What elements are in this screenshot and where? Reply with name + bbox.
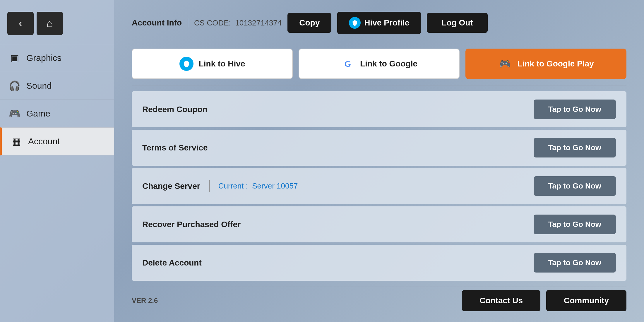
link-google-play-button[interactable]: 🎮 Link to Google Play bbox=[465, 49, 626, 79]
hive-profile-label: Hive Profile bbox=[364, 18, 409, 28]
back-button[interactable]: ‹ bbox=[7, 12, 34, 35]
link-google-play-label: Link to Google Play bbox=[517, 59, 594, 68]
change-server-left: Change Server Current : Server 10057 bbox=[142, 180, 298, 192]
sidebar-item-label: Account bbox=[28, 136, 60, 146]
sidebar-item-graphics[interactable]: ▣ Graphics bbox=[0, 44, 114, 72]
nav-buttons: ‹ ⌂ bbox=[0, 6, 114, 44]
delete-account-button[interactable]: Tap to Go Now bbox=[534, 253, 616, 273]
account-info-label: Account Info bbox=[132, 18, 182, 28]
sidebar-item-label: Game bbox=[26, 109, 50, 119]
recover-offer-row: Recover Purchased Offer Tap to Go Now bbox=[132, 206, 626, 242]
redeem-coupon-label: Redeem Coupon bbox=[142, 105, 207, 114]
account-info-bar: Account Info CS CODE: 10132714374 Copy H… bbox=[132, 12, 626, 40]
contact-us-button[interactable]: Contact Us bbox=[462, 290, 540, 311]
redeem-coupon-button[interactable]: Tap to Go Now bbox=[534, 100, 616, 119]
sidebar-item-sound[interactable]: 🎧 Sound bbox=[0, 72, 114, 100]
community-button[interactable]: Community bbox=[546, 290, 626, 311]
footer-buttons: Contact Us Community bbox=[462, 290, 626, 311]
sidebar-item-game[interactable]: 🎮 Game bbox=[0, 100, 114, 127]
redeem-coupon-left: Redeem Coupon bbox=[142, 105, 207, 114]
change-server-label: Change Server bbox=[142, 181, 200, 191]
terms-of-service-label: Terms of Service bbox=[142, 143, 208, 153]
server-value: Server 10057 bbox=[252, 181, 298, 190]
divider bbox=[209, 180, 210, 192]
sidebar-item-label: Graphics bbox=[26, 53, 61, 63]
link-google-label: Link to Google bbox=[360, 59, 417, 68]
link-hive-button[interactable]: Link to Hive bbox=[132, 49, 293, 79]
hive-profile-button[interactable]: Hive Profile bbox=[337, 12, 421, 34]
graphics-icon: ▣ bbox=[9, 52, 20, 64]
terms-of-service-row: Terms of Service Tap to Go Now bbox=[132, 130, 626, 166]
sidebar: ‹ ⌂ ▣ Graphics 🎧 Sound 🎮 Game ▦ Account bbox=[0, 0, 114, 322]
sound-icon: 🎧 bbox=[9, 80, 20, 91]
recover-offer-button[interactable]: Tap to Go Now bbox=[534, 215, 616, 234]
change-server-button[interactable]: Tap to Go Now bbox=[534, 176, 616, 196]
action-rows: Redeem Coupon Tap to Go Now Terms of Ser… bbox=[132, 91, 626, 281]
terms-of-service-button[interactable]: Tap to Go Now bbox=[534, 138, 616, 157]
home-button[interactable]: ⌂ bbox=[37, 12, 63, 35]
game-icon: 🎮 bbox=[9, 108, 20, 119]
delete-account-label: Delete Account bbox=[142, 258, 202, 268]
terms-of-service-left: Terms of Service bbox=[142, 143, 208, 153]
cs-code-prefix: CS CODE: bbox=[194, 18, 231, 27]
google-play-link-icon: 🎮 bbox=[498, 57, 512, 71]
main-content: Account Info CS CODE: 10132714374 Copy H… bbox=[114, 0, 644, 322]
logout-button[interactable]: Log Out bbox=[427, 13, 487, 33]
back-icon: ‹ bbox=[19, 17, 22, 30]
delete-account-row: Delete Account Tap to Go Now bbox=[132, 245, 626, 281]
home-icon: ⌂ bbox=[47, 17, 53, 30]
server-prefix: Current : bbox=[218, 181, 248, 190]
redeem-coupon-row: Redeem Coupon Tap to Go Now bbox=[132, 91, 626, 127]
current-server-info: Current : Server 10057 bbox=[218, 181, 298, 191]
account-icon: ▦ bbox=[11, 136, 22, 147]
link-hive-label: Link to Hive bbox=[199, 59, 245, 68]
hive-link-icon bbox=[179, 57, 193, 71]
change-server-row: Change Server Current : Server 10057 Tap… bbox=[132, 168, 626, 204]
sidebar-item-label: Sound bbox=[26, 81, 52, 91]
delete-account-left: Delete Account bbox=[142, 258, 202, 268]
link-buttons-row: Link to Hive G Link to Google 🎮 Link to … bbox=[132, 46, 626, 85]
recover-offer-label: Recover Purchased Offer bbox=[142, 220, 241, 229]
footer: VER 2.6 Contact Us Community bbox=[132, 287, 626, 311]
sidebar-item-account[interactable]: ▦ Account bbox=[0, 127, 114, 155]
cs-code: CS CODE: 10132714374 bbox=[188, 18, 282, 28]
recover-offer-left: Recover Purchased Offer bbox=[142, 220, 241, 229]
link-google-button[interactable]: G Link to Google bbox=[299, 49, 460, 79]
hive-icon bbox=[349, 17, 361, 29]
google-link-icon: G bbox=[341, 57, 355, 71]
copy-button[interactable]: Copy bbox=[287, 13, 331, 33]
version-label: VER 2.6 bbox=[132, 297, 158, 305]
cs-code-value: 10132714374 bbox=[235, 18, 282, 27]
